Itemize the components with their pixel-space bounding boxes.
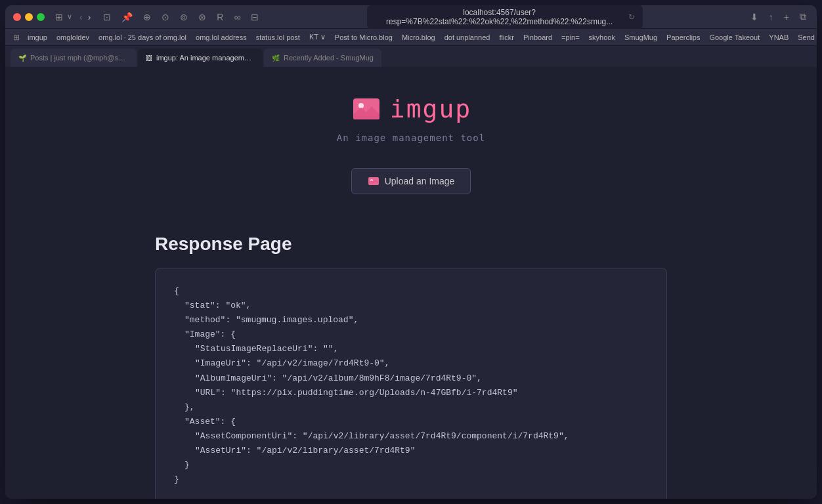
bookmark-pin[interactable]: =pin=	[557, 32, 584, 43]
bookmark-skyhook[interactable]: skyhook	[585, 32, 619, 43]
app-logo-row: imgup	[337, 93, 485, 125]
forward-button[interactable]: ›	[86, 10, 93, 24]
code-line-4: "StatusImageReplaceUri": "",	[174, 342, 648, 356]
code-line-13: }	[174, 472, 648, 487]
app-subtitle: An image management tool	[337, 133, 485, 143]
bookmark-post-microblog[interactable]: Post to Micro.blog	[331, 32, 397, 43]
svg-point-1	[358, 103, 364, 108]
bookmark-kt[interactable]: KT ∨	[305, 32, 330, 43]
tab-elk[interactable]: 🌱 Posts | just mph (@mph@social.lol) | E…	[11, 49, 137, 67]
code-line-1: "stat": "ok",	[174, 299, 648, 313]
page-content: imgup An image management tool Upload an…	[5, 67, 817, 499]
minimize-button[interactable]	[25, 13, 33, 21]
code-line-8: },	[174, 400, 648, 415]
bookmark-smugmug[interactable]: SmugMug	[620, 32, 661, 43]
code-line-10: "AssetComponentUri": "/api/v2/library/as…	[174, 429, 648, 444]
tab-imgup-label: imgup: An image management tool	[156, 54, 255, 62]
bookmark-feedbin[interactable]: Send to Feedbin	[794, 32, 817, 43]
extension1-icon[interactable]: ⊕	[141, 10, 154, 24]
share-icon[interactable]: ⊡	[100, 10, 114, 24]
response-section: Response Page { "stat": "ok", "method": …	[155, 234, 667, 499]
extension4-icon[interactable]: ⊛	[196, 10, 209, 24]
tab-overview-icon[interactable]: ⧉	[797, 10, 809, 24]
close-button[interactable]	[13, 13, 21, 21]
upload-button[interactable]: Upload an Image	[351, 168, 471, 194]
new-tab-icon[interactable]: +	[781, 10, 792, 24]
code-line-0: {	[174, 284, 648, 299]
extension2-icon[interactable]: ⊙	[159, 10, 172, 24]
browser-window: ⊞ ∨ ‹ › ⊡ 📌 ⊕ ⊙ ⊚ ⊛ R ∞ ⊟ localhost:4567…	[5, 5, 817, 499]
bookmark-flickr[interactable]: flickr	[495, 32, 518, 43]
traffic-lights	[13, 13, 45, 21]
bookmark-statuslol[interactable]: status.lol post	[252, 32, 304, 43]
bookmark-pinboard[interactable]: Pinboard	[519, 32, 556, 43]
tab-elk-label: Posts | just mph (@mph@social.lol) | Elk	[30, 54, 129, 62]
sidebar-toggle[interactable]: ⊞ ∨	[55, 12, 72, 22]
apps-grid-icon[interactable]: ⊞	[11, 32, 22, 43]
code-line-12: }	[174, 458, 648, 472]
code-line-7: "URL": "https://pix.puddingtime.org/Uplo…	[174, 386, 648, 400]
code-line-3: "Image": {	[174, 327, 648, 342]
tab-smugmug[interactable]: 🌿 Recently Added - SmugMug	[264, 49, 381, 67]
refresh-icon[interactable]: ↻	[628, 12, 635, 22]
share-page-icon[interactable]: ↑	[766, 10, 776, 24]
code-line-6: "AlbumImageUri": "/api/v2/album/8m9hF8/i…	[174, 371, 648, 386]
bookmark-omglol25[interactable]: omg.lol · 25 days of omg.lol	[95, 32, 190, 43]
app-logo-icon	[351, 93, 382, 125]
pin-icon[interactable]: 📌	[119, 10, 135, 24]
code-line-2: "method": "smugmug.images.upload",	[174, 313, 648, 327]
response-title: Response Page	[155, 234, 667, 255]
bookmarks-bar: ⊞ imgup omgloldev omg.lol · 25 days of o…	[5, 29, 817, 46]
bookmark-dotunplanned[interactable]: dot unplanned	[441, 32, 494, 43]
bookmark-imgup[interactable]: imgup	[24, 32, 51, 43]
app-header: imgup An image management tool	[337, 93, 485, 143]
maximize-button[interactable]	[37, 13, 45, 21]
extension6-icon[interactable]: ∞	[231, 10, 243, 24]
tab-imgup[interactable]: 🖼 imgup: An image management tool	[138, 49, 263, 67]
bookmark-paperclips[interactable]: Paperclips	[662, 32, 704, 43]
tab-smugmug-favicon: 🌿	[272, 54, 280, 62]
app-title: imgup	[390, 94, 471, 123]
code-line-5: "ImageUri": "/api/v2/image/7rd4Rt9-0",	[174, 356, 648, 371]
extension7-icon[interactable]: ⊟	[248, 10, 261, 24]
bookmark-microblog[interactable]: Micro.blog	[398, 32, 439, 43]
address-text: localhost:4567/user?resp=%7B%22stat%22:%…	[375, 8, 624, 26]
extension5-icon[interactable]: R	[214, 10, 226, 24]
tabs-bar: 🌱 Posts | just mph (@mph@social.lol) | E…	[5, 46, 817, 67]
bookmark-googletakeout[interactable]: Google Takeout	[705, 32, 764, 43]
tab-smugmug-label: Recently Added - SmugMug	[284, 54, 374, 62]
tab-imgup-favicon: 🖼	[146, 54, 152, 62]
downloads-icon[interactable]: ⬇	[748, 10, 761, 24]
nav-arrows: ‹ ›	[77, 10, 93, 24]
tab-elk-favicon: 🌱	[18, 54, 26, 62]
back-button[interactable]: ‹	[77, 10, 85, 24]
upload-icon	[368, 175, 379, 187]
svg-rect-2	[368, 177, 379, 185]
code-line-9: "Asset": {	[174, 415, 648, 429]
code-block: { "stat": "ok", "method": "smugmug.image…	[155, 268, 667, 499]
address-bar[interactable]: localhost:4567/user?resp=%7B%22stat%22:%…	[367, 5, 643, 29]
extension3-icon[interactable]: ⊚	[177, 10, 190, 24]
bookmark-omgloldev[interactable]: omgloldev	[53, 32, 93, 43]
title-bar: ⊞ ∨ ‹ › ⊡ 📌 ⊕ ⊙ ⊚ ⊛ R ∞ ⊟ localhost:4567…	[5, 5, 817, 29]
bookmark-omgloladdress[interactable]: omg.lol address	[192, 32, 251, 43]
upload-button-label: Upload an Image	[385, 176, 455, 186]
address-bar-container: localhost:4567/user?resp=%7B%22stat%22:%…	[267, 5, 742, 29]
title-bar-right: ⬇ ↑ + ⧉	[748, 10, 809, 24]
code-line-11: "AssetUri": "/api/v2/library/asset/7rd4R…	[174, 444, 648, 458]
bookmark-ynab[interactable]: YNAB	[765, 32, 792, 43]
